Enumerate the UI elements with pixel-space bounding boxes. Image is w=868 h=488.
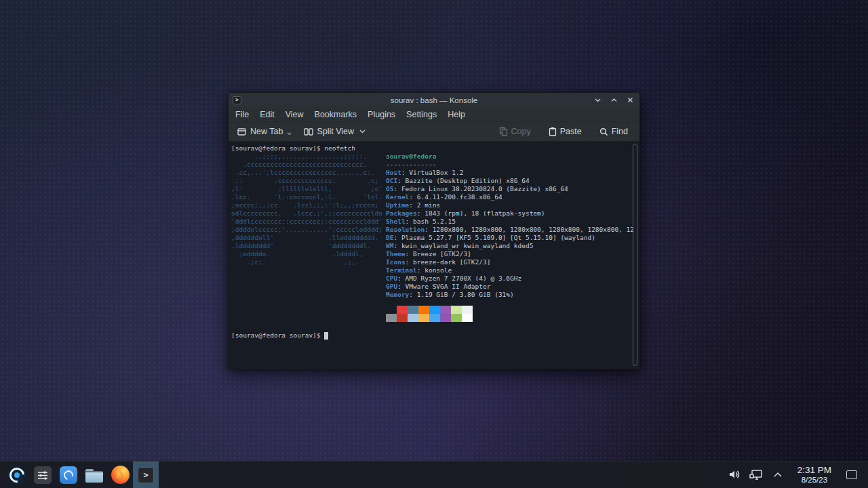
menu-item-edit[interactable]: Edit bbox=[254, 108, 280, 121]
firefox-icon bbox=[111, 466, 130, 484]
menu-item-file[interactable]: File bbox=[230, 108, 254, 121]
neofetch-entry: Icons: breeze-dark [GTK2/3] bbox=[386, 258, 634, 266]
terminal-command-line: [sourav@fedora sourav]$ neofetch bbox=[231, 144, 355, 152]
split-view-button[interactable]: Split View bbox=[300, 125, 369, 138]
neofetch-ascii-logo: .,;;;;,...............,;;;;:. .ccccccccc… bbox=[231, 152, 382, 266]
neofetch-entry: Resolution: 1280x800, 1280x800, 1280x800… bbox=[386, 226, 634, 234]
palette-row-normal bbox=[386, 306, 634, 314]
find-button[interactable]: Find bbox=[596, 125, 631, 138]
neofetch-entry: Packages: 1843 (rpm), 18 (flatpak-system… bbox=[386, 209, 634, 218]
toolbar: New Tab Split View Copy Paste bbox=[229, 122, 639, 142]
palette-block bbox=[386, 306, 397, 314]
palette-block bbox=[462, 306, 473, 314]
palette-block bbox=[440, 314, 451, 322]
volume-button[interactable] bbox=[727, 467, 742, 482]
palette-block bbox=[397, 314, 408, 322]
digital-clock[interactable]: 2:31 PM 8/25/23 bbox=[797, 466, 831, 484]
konsole-task-button[interactable]: > bbox=[133, 462, 159, 488]
new-tab-button[interactable]: New Tab bbox=[234, 125, 295, 138]
menu-item-plugins[interactable]: Plugins bbox=[362, 108, 401, 121]
discover-button[interactable] bbox=[56, 462, 81, 488]
palette-row-bright bbox=[386, 314, 634, 322]
firefox-button[interactable] bbox=[107, 462, 133, 488]
terminal-scrollbar[interactable] bbox=[633, 144, 637, 366]
menu-item-view[interactable]: View bbox=[280, 108, 309, 121]
window-controls bbox=[593, 95, 635, 105]
dolphin-button[interactable] bbox=[81, 462, 107, 488]
neofetch-entry: Theme: Breeze [GTK2/3] bbox=[386, 250, 634, 258]
copy-label: Copy bbox=[511, 127, 531, 136]
neofetch-entry: Kernel: 6.4.11-200.fc38.x86_64 bbox=[386, 193, 634, 201]
palette-block bbox=[397, 306, 408, 314]
clock-time: 2:31 PM bbox=[797, 466, 831, 476]
split-view-label: Split View bbox=[317, 127, 354, 136]
neofetch-user-host: sourav@fedora bbox=[386, 152, 634, 161]
palette-block bbox=[408, 306, 418, 314]
terminal-cursor bbox=[324, 332, 328, 340]
palette-block bbox=[429, 314, 440, 322]
desktop: > sourav : bash — Konsole FileEditViewBo… bbox=[0, 0, 868, 488]
terminal-prompt-line: [sourav@fedora sourav]$ bbox=[231, 331, 328, 340]
maximize-button[interactable] bbox=[609, 95, 619, 105]
tray-expander-button[interactable] bbox=[770, 467, 785, 482]
menu-bar: FileEditViewBookmarksPluginsSettingsHelp bbox=[229, 107, 639, 122]
menu-item-settings[interactable]: Settings bbox=[401, 108, 442, 121]
dolphin-file-manager-icon bbox=[85, 469, 103, 483]
palette-block bbox=[418, 314, 429, 322]
paste-button[interactable]: Paste bbox=[545, 125, 585, 138]
palette-block bbox=[408, 314, 418, 322]
palette-block bbox=[386, 314, 397, 322]
konsole-window-icon: > bbox=[233, 96, 241, 104]
neofetch-entry: GPU: VMware SVGA II Adapter bbox=[386, 283, 634, 291]
minimize-button[interactable] bbox=[593, 95, 603, 105]
neofetch-entry: Terminal: konsole bbox=[386, 266, 634, 274]
system-settings-button[interactable] bbox=[30, 462, 56, 488]
neofetch-entry: Shell: bash 5.2.15 bbox=[386, 218, 634, 226]
neofetch-entry: CPU: AMD Ryzen 7 2700X (4) @ 3.6GHz bbox=[386, 274, 634, 283]
close-button[interactable] bbox=[625, 95, 635, 105]
palette-block bbox=[451, 306, 462, 314]
taskbar: > bbox=[0, 461, 868, 488]
neofetch-entry: OS: Fedora Linux 38.20230824.0 (Bazzite)… bbox=[386, 185, 634, 193]
terminal-viewport[interactable]: [sourav@fedora sourav]$ neofetch .,;;;;,… bbox=[229, 142, 639, 369]
palette-block bbox=[462, 314, 473, 322]
menu-item-bookmarks[interactable]: Bookmarks bbox=[309, 108, 363, 121]
titlebar[interactable]: > sourav : bash — Konsole bbox=[229, 93, 639, 107]
konsole-window: > sourav : bash — Konsole FileEditViewBo… bbox=[228, 92, 640, 369]
network-icon bbox=[749, 469, 763, 481]
paste-label: Paste bbox=[560, 127, 582, 136]
palette-block bbox=[440, 306, 451, 314]
show-desktop-icon bbox=[846, 470, 857, 479]
copy-button[interactable]: Copy bbox=[496, 125, 534, 138]
neofetch-entry: Host: VirtualBox 1.2 bbox=[386, 169, 634, 177]
system-tray: 2:31 PM 8/25/23 bbox=[727, 466, 868, 484]
volume-icon bbox=[728, 469, 741, 480]
chevron-up-icon bbox=[773, 472, 783, 478]
bazzite-launcher-icon bbox=[8, 466, 26, 484]
neofetch-entries: Host: VirtualBox 1.2OCI: Bazzite (Deskto… bbox=[386, 169, 634, 299]
konsole-icon: > bbox=[138, 467, 154, 483]
menu-item-help[interactable]: Help bbox=[442, 108, 471, 121]
shell-prompt: [sourav@fedora sourav]$ bbox=[231, 331, 321, 340]
clock-date: 8/25/23 bbox=[797, 476, 831, 485]
new-tab-label: New Tab bbox=[250, 127, 283, 136]
network-button[interactable] bbox=[749, 467, 764, 482]
neofetch-separator: ------------- bbox=[386, 161, 634, 169]
palette-block bbox=[429, 306, 440, 314]
neofetch-entry: WM: kwin_wayland_wr kwin_wayland kded5 bbox=[386, 242, 634, 250]
discover-icon bbox=[60, 466, 77, 484]
neofetch-entry: Uptime: 2 mins bbox=[386, 201, 634, 209]
neofetch-info: sourav@fedora ------------- Host: Virtua… bbox=[386, 152, 634, 322]
find-label: Find bbox=[612, 127, 628, 136]
window-title: sourav : bash — Konsole bbox=[229, 96, 639, 104]
palette-block bbox=[451, 314, 462, 322]
neofetch-entry: OCI: Bazzite (Desktop Edition) x86_64 bbox=[386, 177, 634, 185]
system-settings-icon bbox=[34, 466, 52, 484]
app-launcher-button[interactable] bbox=[4, 462, 30, 488]
palette-block bbox=[418, 306, 429, 314]
terminal-color-palette bbox=[386, 306, 634, 322]
neofetch-entry: DE: Plasma 5.27.7 [KF5 5.109.0] [Qt 5.15… bbox=[386, 234, 634, 242]
show-desktop-button[interactable] bbox=[844, 466, 860, 483]
neofetch-entry: Memory: 1.19 GiB / 3.80 GiB (31%) bbox=[386, 291, 634, 299]
